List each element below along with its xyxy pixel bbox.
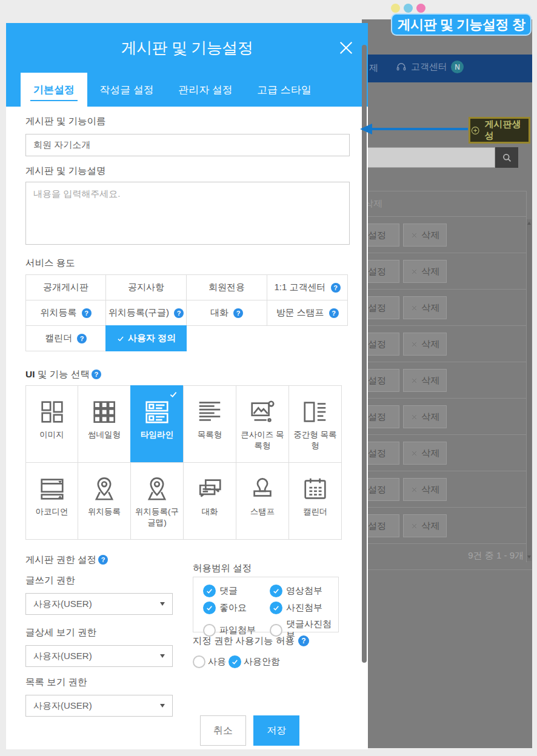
usage-option[interactable]: 방문 스탬프? bbox=[267, 300, 348, 326]
ui-tile[interactable]: 대화 bbox=[183, 462, 236, 540]
permission-select[interactable]: 사용자(USER) bbox=[25, 695, 173, 717]
plus-circle-icon bbox=[470, 125, 480, 136]
row-delete-button[interactable]: 삭제 bbox=[403, 442, 447, 465]
tab-1[interactable]: 기본설정 bbox=[21, 73, 87, 107]
timeline-icon bbox=[143, 398, 171, 426]
ui-tile[interactable]: 중간형 목록형 bbox=[289, 385, 342, 463]
row-delete-button[interactable]: 삭제 bbox=[403, 405, 447, 428]
usage-option[interactable]: 공개게시판 bbox=[25, 274, 106, 300]
scope-option[interactable]: 영상첨부 bbox=[270, 585, 338, 597]
chevron-down-icon bbox=[160, 602, 165, 606]
thumbnail-grid-icon bbox=[90, 398, 118, 426]
usage-option[interactable]: 1:1 고객센터? bbox=[267, 274, 348, 300]
board-search-input[interactable] bbox=[359, 147, 495, 168]
tab-2[interactable]: 작성글 설정 bbox=[87, 73, 166, 107]
ui-tile[interactable]: 캘린더 bbox=[289, 462, 342, 540]
modal-header: 게시판 및 기능설정 bbox=[6, 23, 368, 73]
pagination-summary: 9건 중 1 - 9개 bbox=[468, 550, 524, 562]
tab-3[interactable]: 관리자 설정 bbox=[166, 73, 245, 107]
ui-tile[interactable]: 큰사이즈 목록형 bbox=[236, 385, 289, 463]
ui-tile[interactable]: 아코디언 bbox=[25, 462, 78, 540]
scope-option[interactable]: 좋아요 bbox=[203, 602, 270, 614]
search-icon bbox=[501, 152, 513, 164]
board-desc-textarea[interactable] bbox=[25, 182, 350, 245]
row-delete-button[interactable]: 삭제 bbox=[403, 224, 447, 247]
table-row: 설정삭제 bbox=[362, 435, 526, 471]
checked-circle-icon[interactable] bbox=[228, 655, 241, 668]
row-delete-button[interactable]: 삭제 bbox=[403, 296, 447, 319]
customer-center-label: 고객센터 bbox=[411, 61, 447, 73]
usage-option[interactable]: 위치등록? bbox=[25, 300, 106, 326]
checked-circle-icon[interactable] bbox=[270, 585, 282, 597]
screenshot-canvas: 제 고객센터 N 게시판생성 /삭제 설정삭제설정삭제설정삭제설정삭제설정삭제설… bbox=[0, 0, 537, 756]
ui-tile[interactable]: 썸네일형 bbox=[78, 385, 131, 463]
table-row: 설정삭제 bbox=[362, 508, 526, 544]
table-header-settings-delete: /삭제 bbox=[362, 191, 526, 217]
checked-circle-icon[interactable] bbox=[203, 602, 216, 614]
usage-option[interactable]: 위치등록(구글)? bbox=[105, 300, 187, 326]
help-icon[interactable]: ? bbox=[92, 370, 101, 379]
ui-tile[interactable]: 스탬프 bbox=[236, 462, 289, 540]
row-delete-button[interactable]: 삭제 bbox=[403, 478, 447, 501]
designated-option[interactable]: 사용 bbox=[193, 655, 226, 668]
chat-icon bbox=[196, 475, 224, 503]
help-icon[interactable]: ? bbox=[98, 555, 108, 565]
ui-type-grid: 이미지썸네일형타임라인목록형큰사이즈 목록형중간형 목록형아코디언위치등록위치등… bbox=[25, 386, 344, 540]
table-row: 설정삭제 bbox=[362, 471, 526, 508]
table-row: 설정삭제 bbox=[362, 399, 526, 435]
close-icon[interactable] bbox=[336, 38, 356, 58]
help-icon[interactable]: ? bbox=[174, 308, 184, 318]
permission-select[interactable]: 사용자(USER) bbox=[25, 645, 173, 667]
new-badge: N bbox=[451, 61, 464, 73]
top-navbar: 제 고객센터 N bbox=[362, 55, 532, 82]
scope-option[interactable]: 사진첨부 bbox=[270, 602, 338, 614]
pointer-arrow-head-icon bbox=[360, 124, 372, 134]
scroll-down-icon[interactable] bbox=[527, 555, 531, 559]
ui-tile[interactable]: 이미지 bbox=[25, 385, 78, 463]
row-delete-button[interactable]: 삭제 bbox=[403, 260, 447, 283]
help-icon[interactable]: ? bbox=[77, 334, 87, 343]
usage-option[interactable]: 캘린더? bbox=[25, 325, 106, 351]
window-dot-pink bbox=[416, 4, 425, 13]
scope-options: 댓글영상첨부좋아요사진첨부파일첨부댓글사진첨부 bbox=[203, 585, 338, 642]
permission-select[interactable]: 사용자(USER) bbox=[25, 593, 173, 615]
save-button[interactable]: 저장 bbox=[253, 715, 299, 746]
tab-4[interactable]: 고급 스타일 bbox=[245, 73, 324, 107]
usage-option[interactable]: 사용자 정의 bbox=[105, 325, 187, 351]
modal-scrollbar-thumb[interactable] bbox=[362, 45, 367, 663]
x-icon bbox=[410, 268, 418, 276]
board-search-button[interactable] bbox=[495, 147, 518, 168]
row-delete-button[interactable]: 삭제 bbox=[403, 333, 447, 356]
row-delete-button[interactable]: 삭제 bbox=[403, 369, 447, 392]
map-pin-icon bbox=[90, 475, 118, 503]
usage-option[interactable]: 대화? bbox=[186, 300, 267, 326]
table-scrollbar[interactable] bbox=[527, 219, 532, 561]
designated-option[interactable]: 사용안함 bbox=[228, 655, 280, 668]
customer-center-menu[interactable]: 고객센터 N bbox=[395, 61, 464, 73]
ui-tile[interactable]: 목록형 bbox=[183, 385, 236, 463]
ui-tile[interactable]: 위치등록(구글맵) bbox=[130, 462, 184, 540]
help-icon[interactable]: ? bbox=[82, 308, 92, 318]
checked-circle-icon[interactable] bbox=[203, 585, 216, 597]
help-icon[interactable]: ? bbox=[233, 308, 243, 318]
scroll-up-icon[interactable] bbox=[527, 222, 531, 225]
pointer-arrow-line bbox=[372, 128, 468, 130]
image-layout-icon bbox=[38, 398, 66, 426]
help-icon[interactable]: ? bbox=[331, 283, 341, 293]
unchecked-circle-icon[interactable] bbox=[193, 655, 205, 668]
help-icon[interactable]: ? bbox=[298, 635, 309, 646]
checked-circle-icon[interactable] bbox=[270, 602, 282, 614]
help-icon[interactable]: ? bbox=[329, 308, 339, 318]
modal-body: 게시판 및 기능이름 게시판 및 기능설명 서비스 용도 공개게시판공지사항회원… bbox=[6, 107, 368, 749]
board-name-input[interactable] bbox=[25, 134, 350, 156]
permissions-heading: 게시판 권한 설정? bbox=[25, 554, 108, 566]
navbar-menu-partial[interactable]: 제 bbox=[369, 62, 378, 74]
cancel-button[interactable]: 취소 bbox=[200, 715, 246, 746]
ui-tile[interactable]: 타임라인 bbox=[130, 385, 184, 463]
create-board-button[interactable]: 게시판생성 bbox=[469, 117, 530, 144]
usage-option[interactable]: 공지사항 bbox=[105, 274, 187, 300]
row-delete-button[interactable]: 삭제 bbox=[403, 514, 447, 537]
ui-tile[interactable]: 위치등록 bbox=[78, 462, 131, 540]
scope-option[interactable]: 댓글 bbox=[203, 585, 270, 597]
usage-option[interactable]: 회원전용 bbox=[186, 274, 267, 300]
